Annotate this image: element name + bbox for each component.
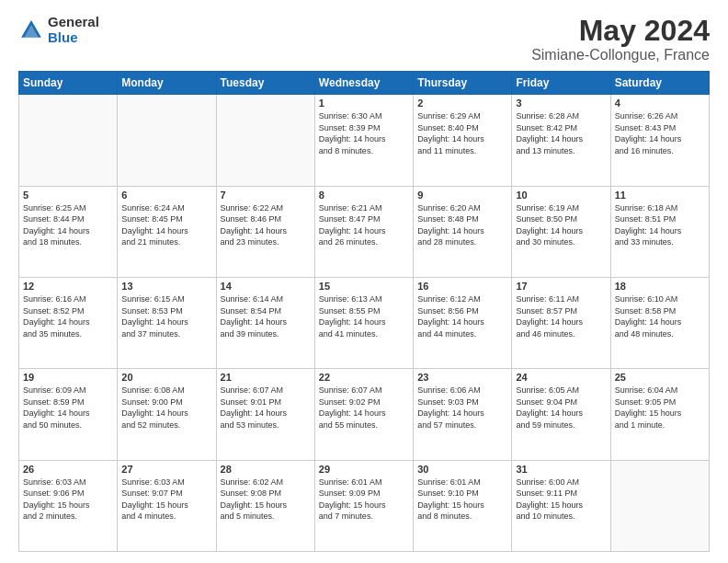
day-info: Sunrise: 6:22 AM Sunset: 8:46 PM Dayligh… (221, 202, 311, 248)
table-row (19, 95, 118, 186)
title-block: May 2024 Simiane-Collongue, France (531, 15, 710, 63)
title-location: Simiane-Collongue, France (531, 47, 710, 63)
table-row: 4Sunrise: 6:26 AM Sunset: 8:43 PM Daylig… (610, 95, 709, 186)
day-info: Sunrise: 6:03 AM Sunset: 9:06 PM Dayligh… (23, 477, 113, 523)
header-tuesday: Tuesday (216, 72, 314, 95)
day-info: Sunrise: 6:05 AM Sunset: 9:04 PM Dayligh… (516, 385, 606, 431)
day-info: Sunrise: 6:01 AM Sunset: 9:10 PM Dayligh… (417, 477, 507, 523)
day-info: Sunrise: 6:21 AM Sunset: 8:47 PM Dayligh… (319, 202, 409, 248)
day-info: Sunrise: 6:04 AM Sunset: 9:05 PM Dayligh… (615, 385, 705, 431)
day-number: 26 (23, 464, 113, 475)
day-number: 24 (516, 372, 606, 383)
table-row: 15Sunrise: 6:13 AM Sunset: 8:55 PM Dayli… (314, 277, 413, 368)
day-number: 3 (516, 98, 606, 109)
day-info: Sunrise: 6:30 AM Sunset: 8:39 PM Dayligh… (319, 110, 409, 156)
calendar-week-row: 26Sunrise: 6:03 AM Sunset: 9:06 PM Dayli… (19, 460, 710, 551)
day-info: Sunrise: 6:09 AM Sunset: 8:59 PM Dayligh… (23, 385, 113, 431)
day-info: Sunrise: 6:02 AM Sunset: 9:08 PM Dayligh… (221, 477, 311, 523)
table-row: 16Sunrise: 6:12 AM Sunset: 8:56 PM Dayli… (414, 277, 512, 368)
table-row: 28Sunrise: 6:02 AM Sunset: 9:08 PM Dayli… (216, 460, 314, 551)
table-row: 20Sunrise: 6:08 AM Sunset: 9:00 PM Dayli… (118, 369, 216, 460)
day-number: 2 (417, 98, 507, 109)
day-number: 15 (319, 281, 409, 292)
day-info: Sunrise: 6:08 AM Sunset: 9:00 PM Dayligh… (121, 385, 211, 431)
table-row: 23Sunrise: 6:06 AM Sunset: 9:03 PM Dayli… (414, 369, 512, 460)
table-row: 3Sunrise: 6:28 AM Sunset: 8:42 PM Daylig… (512, 95, 610, 186)
table-row: 31Sunrise: 6:00 AM Sunset: 9:11 PM Dayli… (512, 460, 610, 551)
table-row: 29Sunrise: 6:01 AM Sunset: 9:09 PM Dayli… (314, 460, 413, 551)
day-info: Sunrise: 6:11 AM Sunset: 8:57 PM Dayligh… (516, 293, 606, 339)
table-row: 18Sunrise: 6:10 AM Sunset: 8:58 PM Dayli… (610, 277, 709, 368)
day-number: 6 (121, 190, 211, 201)
calendar-week-row: 5Sunrise: 6:25 AM Sunset: 8:44 PM Daylig… (19, 186, 710, 277)
day-info: Sunrise: 6:24 AM Sunset: 8:45 PM Dayligh… (121, 202, 211, 248)
day-info: Sunrise: 6:18 AM Sunset: 8:51 PM Dayligh… (615, 202, 705, 248)
table-row: 11Sunrise: 6:18 AM Sunset: 8:51 PM Dayli… (610, 186, 709, 277)
logo-text: General Blue (48, 15, 99, 45)
day-number: 17 (516, 281, 606, 292)
page: General Blue May 2024 Simiane-Collongue,… (0, 0, 728, 563)
day-info: Sunrise: 6:15 AM Sunset: 8:53 PM Dayligh… (121, 293, 211, 339)
day-info: Sunrise: 6:20 AM Sunset: 8:48 PM Dayligh… (417, 202, 507, 248)
table-row: 22Sunrise: 6:07 AM Sunset: 9:02 PM Dayli… (314, 369, 413, 460)
table-row: 13Sunrise: 6:15 AM Sunset: 8:53 PM Dayli… (118, 277, 216, 368)
day-number: 1 (319, 98, 409, 109)
day-info: Sunrise: 6:12 AM Sunset: 8:56 PM Dayligh… (417, 293, 507, 339)
day-info: Sunrise: 6:29 AM Sunset: 8:40 PM Dayligh… (417, 110, 507, 156)
day-number: 11 (615, 190, 705, 201)
table-row: 2Sunrise: 6:29 AM Sunset: 8:40 PM Daylig… (414, 95, 512, 186)
day-info: Sunrise: 6:00 AM Sunset: 9:11 PM Dayligh… (516, 477, 606, 523)
logo-icon (18, 17, 44, 43)
day-info: Sunrise: 6:28 AM Sunset: 8:42 PM Dayligh… (516, 110, 606, 156)
calendar-week-row: 19Sunrise: 6:09 AM Sunset: 8:59 PM Dayli… (19, 369, 710, 460)
logo-blue: Blue (48, 30, 99, 46)
table-row: 27Sunrise: 6:03 AM Sunset: 9:07 PM Dayli… (118, 460, 216, 551)
day-number: 4 (615, 98, 705, 109)
day-number: 27 (121, 464, 211, 475)
day-number: 20 (121, 372, 211, 383)
header-sunday: Sunday (19, 72, 118, 95)
table-row: 26Sunrise: 6:03 AM Sunset: 9:06 PM Dayli… (19, 460, 118, 551)
calendar-week-row: 12Sunrise: 6:16 AM Sunset: 8:52 PM Dayli… (19, 277, 710, 368)
day-info: Sunrise: 6:07 AM Sunset: 9:01 PM Dayligh… (221, 385, 311, 431)
table-row: 30Sunrise: 6:01 AM Sunset: 9:10 PM Dayli… (414, 460, 512, 551)
title-month: May 2024 (531, 15, 710, 47)
day-info: Sunrise: 6:19 AM Sunset: 8:50 PM Dayligh… (516, 202, 606, 248)
table-row: 5Sunrise: 6:25 AM Sunset: 8:44 PM Daylig… (19, 186, 118, 277)
logo-general: General (48, 15, 99, 30)
day-number: 9 (417, 190, 507, 201)
day-info: Sunrise: 6:10 AM Sunset: 8:58 PM Dayligh… (615, 293, 705, 339)
day-number: 21 (221, 372, 311, 383)
table-row: 21Sunrise: 6:07 AM Sunset: 9:01 PM Dayli… (216, 369, 314, 460)
day-number: 23 (417, 372, 507, 383)
day-number: 14 (221, 281, 311, 292)
header-thursday: Thursday (414, 72, 512, 95)
day-info: Sunrise: 6:01 AM Sunset: 9:09 PM Dayligh… (319, 477, 409, 523)
table-row: 8Sunrise: 6:21 AM Sunset: 8:47 PM Daylig… (314, 186, 413, 277)
day-info: Sunrise: 6:03 AM Sunset: 9:07 PM Dayligh… (121, 477, 211, 523)
day-info: Sunrise: 6:16 AM Sunset: 8:52 PM Dayligh… (23, 293, 113, 339)
header-monday: Monday (118, 72, 216, 95)
day-info: Sunrise: 6:06 AM Sunset: 9:03 PM Dayligh… (417, 385, 507, 431)
calendar-week-row: 1Sunrise: 6:30 AM Sunset: 8:39 PM Daylig… (19, 95, 710, 186)
day-number: 18 (615, 281, 705, 292)
day-info: Sunrise: 6:14 AM Sunset: 8:54 PM Dayligh… (221, 293, 311, 339)
header-saturday: Saturday (610, 72, 709, 95)
header-friday: Friday (512, 72, 610, 95)
day-info: Sunrise: 6:25 AM Sunset: 8:44 PM Dayligh… (23, 202, 113, 248)
header-wednesday: Wednesday (314, 72, 413, 95)
table-row: 9Sunrise: 6:20 AM Sunset: 8:48 PM Daylig… (414, 186, 512, 277)
day-number: 19 (23, 372, 113, 383)
day-number: 29 (319, 464, 409, 475)
table-row: 14Sunrise: 6:14 AM Sunset: 8:54 PM Dayli… (216, 277, 314, 368)
table-row: 25Sunrise: 6:04 AM Sunset: 9:05 PM Dayli… (610, 369, 709, 460)
day-number: 12 (23, 281, 113, 292)
table-row: 12Sunrise: 6:16 AM Sunset: 8:52 PM Dayli… (19, 277, 118, 368)
day-number: 31 (516, 464, 606, 475)
logo: General Blue (18, 15, 99, 45)
day-number: 30 (417, 464, 507, 475)
day-info: Sunrise: 6:26 AM Sunset: 8:43 PM Dayligh… (615, 110, 705, 156)
header: General Blue May 2024 Simiane-Collongue,… (18, 15, 710, 63)
calendar-header-row: Sunday Monday Tuesday Wednesday Thursday… (19, 72, 710, 95)
day-number: 16 (417, 281, 507, 292)
